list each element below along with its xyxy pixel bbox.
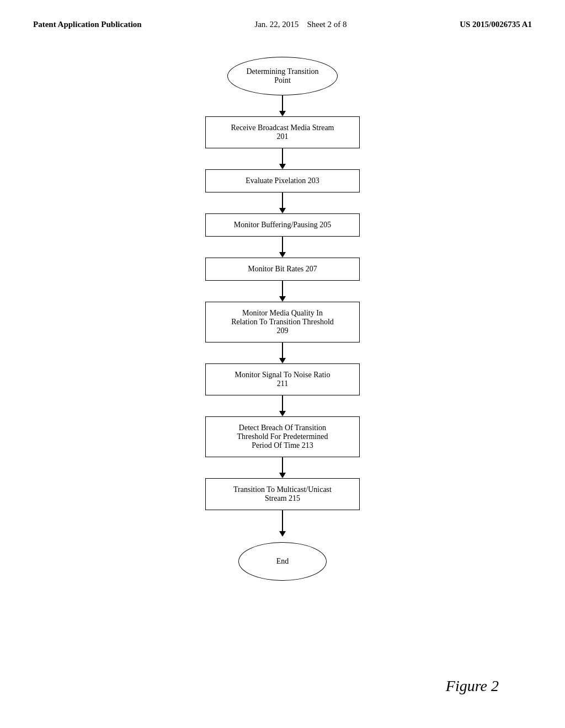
header-date-sheet: Jan. 22, 2015 Sheet 2 of 8 (254, 20, 347, 29)
connector-4 (279, 237, 286, 258)
page-header: Patent Application Publication Jan. 22, … (0, 0, 565, 40)
node-213: Detect Breach Of Transition Threshold Fo… (205, 416, 360, 457)
node-start: Determining Transition Point (227, 57, 338, 95)
connector-8 (279, 457, 286, 478)
node-205: Monitor Buffering/Pausing 205 (205, 213, 360, 237)
connector-3 (279, 192, 286, 213)
node-209: Monitor Media Quality In Relation To Tra… (205, 302, 360, 342)
connector-2 (279, 148, 286, 169)
figure-label: Figure 2 (446, 677, 499, 695)
header-publication-label: Patent Application Publication (33, 20, 142, 29)
connector-7 (279, 395, 286, 416)
connector-9 (282, 510, 283, 531)
header-patent-number: US 2015/0026735 A1 (460, 20, 532, 29)
connector-10 (279, 531, 286, 542)
node-207: Monitor Bit Rates 207 (205, 258, 360, 281)
flowchart-diagram: Determining Transition Point Receive Bro… (0, 40, 565, 603)
connector-6 (279, 342, 286, 363)
node-203: Evaluate Pixelation 203 (205, 169, 360, 192)
node-201: Receive Broadcast Media Stream 201 (205, 116, 360, 148)
node-215: Transition To Multicast/Unicast Stream 2… (205, 478, 360, 510)
connector-5 (279, 281, 286, 302)
node-211: Monitor Signal To Noise Ratio 211 (205, 363, 360, 395)
connector-1 (279, 95, 286, 116)
node-end: End (238, 542, 327, 581)
